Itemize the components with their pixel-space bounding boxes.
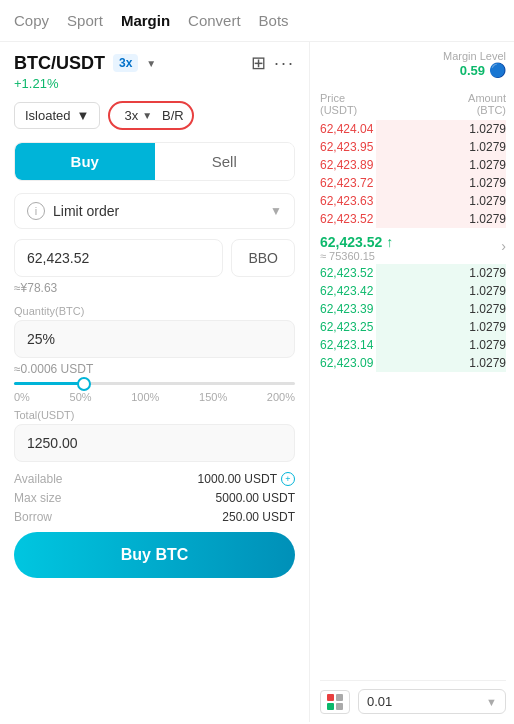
leverage-label: 3x xyxy=(124,108,138,123)
chevron-down-icon[interactable]: ▼ xyxy=(146,58,156,69)
controls-row: Isloated ▼ 3x ▼ B/R xyxy=(14,101,295,130)
ask-row: 62,423.52 1.0279 xyxy=(320,210,506,228)
left-panel: BTC/USDT 3x ▼ ⊞ ··· +1.21% Isloated ▼ 3x… xyxy=(0,42,310,722)
slider-label-150: 150% xyxy=(199,391,227,403)
maxsize-label: Max size xyxy=(14,491,61,505)
amount-col-header: Amount (BTC) xyxy=(468,92,506,116)
gauge-icon: 🔵 xyxy=(489,62,506,78)
nav-sport[interactable]: Sport xyxy=(67,8,103,33)
ask-row: 62,423.72 1.0279 xyxy=(320,174,506,192)
margin-level-container: Margin Level 0.59 🔵 xyxy=(320,50,506,88)
mid-price-value: 62,423.52 xyxy=(320,234,382,250)
slider-thumb[interactable] xyxy=(77,377,91,391)
nav-copy[interactable]: Copy xyxy=(14,8,49,33)
price-input[interactable] xyxy=(14,239,223,277)
isolated-label: Isloated xyxy=(25,108,71,123)
main-layout: BTC/USDT 3x ▼ ⊞ ··· +1.21% Isloated ▼ 3x… xyxy=(0,42,514,722)
bid-row: 62,423.09 1.0279 xyxy=(320,354,506,372)
ask-row: 62,423.63 1.0279 xyxy=(320,192,506,210)
depth-chevron-icon[interactable]: ▼ xyxy=(486,696,497,708)
slider-fill xyxy=(14,382,84,385)
bbo-button[interactable]: BBO xyxy=(231,239,295,277)
ob-mid-price: 62,423.52 ↑ ≈ 75360.15 › xyxy=(320,228,506,264)
order-type-row[interactable]: i Limit order ▼ xyxy=(14,193,295,229)
orderbook-panel: Margin Level 0.59 🔵 Price (USDT) Amount … xyxy=(310,42,514,722)
ob-view-toggle[interactable] xyxy=(320,690,350,714)
slider-container xyxy=(14,382,295,385)
leverage-badge: 3x xyxy=(113,54,138,72)
buy-tab[interactable]: Buy xyxy=(15,143,155,180)
approx-price: ≈¥78.63 xyxy=(14,281,295,295)
nav-bots[interactable]: Bots xyxy=(259,8,289,33)
columns-icon[interactable]: ⊞ xyxy=(251,52,266,74)
isolated-select[interactable]: Isloated ▼ xyxy=(14,102,100,129)
info-icon: i xyxy=(27,202,45,220)
order-type-label: Limit order xyxy=(53,203,270,219)
nav-convert[interactable]: Convert xyxy=(188,8,241,33)
depth-value: 0.01 xyxy=(367,694,486,709)
sell-tab[interactable]: Sell xyxy=(155,143,295,180)
ob-col-headers: Price (USDT) Amount (BTC) xyxy=(320,92,506,116)
br-label: B/R xyxy=(162,108,184,123)
bid-row: 62,423.14 1.0279 xyxy=(320,336,506,354)
isolated-chevron-icon: ▼ xyxy=(77,108,90,123)
slider-labels: 0% 50% 100% 150% 200% xyxy=(14,391,295,403)
depth-input-container: 0.01 ▼ xyxy=(358,689,506,714)
leverage-chevron-icon: ▼ xyxy=(142,110,152,121)
more-options-icon[interactable]: ··· xyxy=(274,53,295,74)
mid-approx: ≈ 75360.15 xyxy=(320,250,375,262)
bid-row: 62,423.42 1.0279 xyxy=(320,282,506,300)
margin-level-val: 0.59 🔵 xyxy=(443,62,506,78)
quantity-label: Quantity(BTC) xyxy=(14,305,295,317)
borrow-label: Borrow xyxy=(14,510,52,524)
up-arrow-icon: ↑ xyxy=(386,234,393,250)
svg-rect-0 xyxy=(327,694,334,701)
price-row: BBO xyxy=(14,239,295,277)
asks-list: 62,424.04 1.0279 62,423.95 1.0279 62,423… xyxy=(320,120,506,228)
maxsize-value: 5000.00 USDT xyxy=(216,491,295,505)
slider-label-50: 50% xyxy=(70,391,92,403)
slider-track xyxy=(14,382,295,385)
slider-label-0: 0% xyxy=(14,391,30,403)
svg-rect-1 xyxy=(336,694,343,701)
pair-header: BTC/USDT 3x ▼ ⊞ ··· xyxy=(14,52,295,74)
bids-list: 62,423.52 1.0279 62,423.42 1.0279 62,423… xyxy=(320,264,506,372)
pair-title: BTC/USDT xyxy=(14,53,105,74)
slider-label-200: 200% xyxy=(267,391,295,403)
bid-row: 62,423.25 1.0279 xyxy=(320,318,506,336)
bid-row: 62,423.39 1.0279 xyxy=(320,300,506,318)
ob-header: Margin Level 0.59 🔵 xyxy=(320,50,506,82)
slider-label-100: 100% xyxy=(131,391,159,403)
borrow-value: 250.00 USDT xyxy=(222,510,295,524)
buy-button[interactable]: Buy BTC xyxy=(14,532,295,578)
price-col-header: Price (USDT) xyxy=(320,92,357,116)
bid-row: 62,423.52 1.0279 xyxy=(320,264,506,282)
ask-row: 62,424.04 1.0279 xyxy=(320,120,506,138)
maxsize-row: Max size 5000.00 USDT xyxy=(14,491,295,505)
approx-qty: ≈0.0006 USDT xyxy=(14,362,295,376)
available-info-icon[interactable]: + xyxy=(281,472,295,486)
ob-bottom-controls: 0.01 ▼ xyxy=(320,680,506,714)
available-value: 1000.00 USDT xyxy=(198,472,277,486)
buy-sell-tabs: Buy Sell xyxy=(14,142,295,181)
borrow-row: Borrow 250.00 USDT xyxy=(14,510,295,524)
available-row: Available 1000.00 USDT + xyxy=(14,472,295,486)
ask-row: 62,423.89 1.0279 xyxy=(320,156,506,174)
top-nav: Copy Sport Margin Convert Bots xyxy=(0,0,514,42)
total-label: Total(USDT) xyxy=(14,409,295,421)
svg-rect-3 xyxy=(336,703,343,710)
price-change: +1.21% xyxy=(14,76,295,91)
order-chevron-icon: ▼ xyxy=(270,204,282,218)
margin-level-number: 0.59 xyxy=(460,63,485,78)
margin-level-label: Margin Level xyxy=(443,50,506,62)
available-label: Available xyxy=(14,472,62,486)
ask-row: 62,423.95 1.0279 xyxy=(320,138,506,156)
expand-icon[interactable]: › xyxy=(501,238,506,254)
nav-margin[interactable]: Margin xyxy=(121,8,170,33)
svg-rect-2 xyxy=(327,703,334,710)
quantity-input[interactable] xyxy=(14,320,295,358)
total-input[interactable] xyxy=(14,424,295,462)
leverage-br-group[interactable]: 3x ▼ B/R xyxy=(108,101,193,130)
